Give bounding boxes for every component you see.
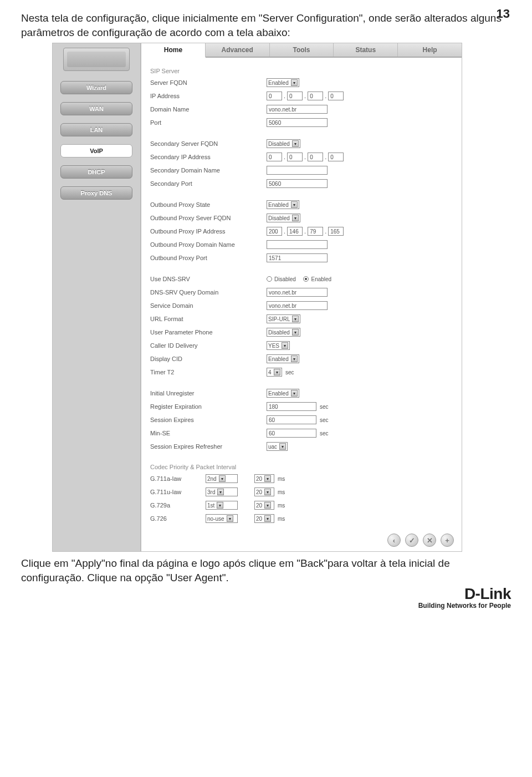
input-ob-domain[interactable]: [267, 240, 328, 249]
select-ob-state[interactable]: Enabled▾: [267, 200, 299, 209]
input-service-domain[interactable]: vono.net.br: [267, 301, 328, 310]
select-ob-fqdn[interactable]: Disabled▾: [267, 214, 300, 222]
codec-ms-3[interactable]: 20▾: [254, 514, 274, 523]
label-timer-t2: Timer T2: [150, 369, 267, 375]
back-button[interactable]: ‹: [387, 534, 401, 547]
sidebar-item-wan[interactable]: WAN: [60, 102, 132, 115]
sidebar-item-wizard[interactable]: Wizard: [60, 81, 132, 94]
ip-octet-4[interactable]: 0: [328, 92, 344, 100]
tab-advanced[interactable]: Advanced: [206, 43, 270, 57]
radio-dns-srv-enabled[interactable]: [303, 276, 309, 282]
chevron-down-icon: ▾: [227, 515, 233, 522]
chevron-down-icon: ▾: [292, 316, 299, 322]
label-caller-id: Caller ID Delivery: [150, 342, 267, 349]
brand-tagline: Building Networks for People: [21, 602, 511, 610]
ip-octet-3[interactable]: 0: [308, 92, 323, 100]
input-domain-name[interactable]: vono.net.br: [267, 105, 328, 114]
unit-sec: sec: [320, 417, 329, 423]
outro-text: Clique em "Apply"no final da página e lo…: [21, 556, 511, 585]
radio-label-disabled: Disabled: [274, 276, 296, 282]
chevron-down-icon: ▾: [292, 140, 299, 147]
input-sec-domain[interactable]: [267, 166, 328, 175]
ip-octet-1[interactable]: 0: [267, 92, 282, 100]
chevron-down-icon: ▾: [264, 489, 271, 495]
sidebar-item-proxy-dns[interactable]: Proxy DNS: [60, 186, 132, 200]
input-reg-exp[interactable]: 180: [267, 402, 316, 411]
select-caller-id[interactable]: YES▾: [267, 341, 290, 350]
sec-ip-4[interactable]: 0: [328, 153, 344, 161]
ob-ip-4[interactable]: 165: [328, 227, 344, 236]
label-sec-domain: Secondary Domain Name: [150, 167, 267, 174]
select-refresher[interactable]: uac▾: [267, 442, 288, 451]
action-buttons: ‹ ✓ ✕ +: [141, 530, 462, 551]
codec-prio-2[interactable]: 1st▾: [206, 501, 238, 510]
apply-button[interactable]: ✓: [405, 534, 418, 547]
codec-ms-1[interactable]: 20▾: [254, 487, 274, 496]
select-user-param-phone[interactable]: Disabled▾: [267, 328, 300, 337]
unit-ms: ms: [278, 502, 285, 509]
select-sec-fqdn[interactable]: Disabled▾: [267, 139, 300, 148]
chevron-down-icon: ▾: [291, 356, 298, 362]
select-display-cid[interactable]: Enabled▾: [267, 354, 299, 363]
chevron-down-icon: ▾: [264, 515, 271, 522]
label-server-fqdn: Server FQDN: [150, 79, 267, 86]
label-refresher: Session Expires Refresher: [150, 443, 267, 450]
form-area: SIP Server Server FQDN Enabled▾ IP Addre…: [141, 58, 462, 530]
input-session-exp[interactable]: 60: [267, 415, 316, 424]
sidebar-item-dhcp[interactable]: DHCP: [60, 165, 132, 179]
codec-ms-2[interactable]: 20▾: [254, 501, 274, 510]
select-timer-t2[interactable]: 4▾: [267, 368, 282, 377]
chevron-down-icon: ▾: [217, 502, 223, 509]
ob-ip-1[interactable]: 200: [267, 227, 282, 236]
unit-sec: sec: [320, 404, 329, 410]
chevron-down-icon: ▾: [264, 502, 271, 509]
sidebar-item-lan[interactable]: LAN: [60, 123, 132, 136]
ob-ip-3[interactable]: 79: [308, 227, 323, 236]
codec-prio-0[interactable]: 2nd▾: [206, 474, 238, 483]
codec-ms-0[interactable]: 20▾: [254, 474, 274, 483]
label-ob-port: Outbound Proxy Port: [150, 255, 267, 261]
codec-prio-1[interactable]: 3rd▾: [206, 487, 238, 496]
sec-ip-3[interactable]: 0: [308, 153, 323, 161]
unit-ms: ms: [278, 476, 285, 482]
input-sec-port[interactable]: 5060: [267, 179, 328, 188]
tab-home[interactable]: Home: [141, 43, 206, 58]
intro-text: Nesta tela de configuração, clique inici…: [21, 11, 511, 39]
tab-help[interactable]: Help: [398, 43, 462, 57]
tab-status[interactable]: Status: [334, 43, 398, 57]
chevron-down-icon: ▾: [264, 475, 271, 482]
input-ob-port[interactable]: 1571: [267, 253, 328, 262]
label-service-domain: Service Domain: [150, 302, 267, 309]
radio-dns-srv-disabled[interactable]: [267, 276, 272, 282]
input-min-se[interactable]: 60: [267, 429, 316, 438]
radio-label-enabled: Enabled: [311, 276, 331, 282]
ob-ip-2[interactable]: 146: [287, 227, 303, 236]
label-ob-state: Outbound Proxy State: [150, 201, 267, 208]
cancel-button[interactable]: ✕: [423, 534, 436, 547]
ip-octet-2[interactable]: 0: [287, 92, 303, 100]
label-ip-address: IP Address: [150, 93, 267, 99]
sec-ip-2[interactable]: 0: [287, 153, 303, 161]
tab-tools[interactable]: Tools: [270, 43, 334, 57]
add-button[interactable]: +: [441, 534, 454, 547]
select-initial-unreg[interactable]: Enabled▾: [267, 389, 299, 398]
input-dns-query-domain[interactable]: vono.net.br: [267, 288, 328, 297]
codec-name-0: G.711a-law: [150, 475, 206, 482]
label-use-dns-srv: Use DNS-SRV: [150, 276, 267, 282]
sip-server-title: SIP Server: [150, 68, 453, 74]
select-server-fqdn[interactable]: Enabled▾: [267, 78, 299, 87]
label-user-param-phone: User Parameter Phone: [150, 329, 267, 336]
codec-name-3: G.726: [150, 515, 206, 522]
label-port: Port: [150, 119, 267, 126]
codec-prio-3[interactable]: no-use▾: [206, 514, 238, 523]
label-ob-ip: Outbound Proxy IP Address: [150, 228, 267, 235]
input-port[interactable]: 5060: [267, 118, 328, 127]
label-display-cid: Display CID: [150, 356, 267, 362]
sidebar-item-voip[interactable]: VoIP: [60, 144, 132, 158]
chevron-down-icon: ▾: [219, 475, 226, 482]
label-dns-query-domain: DNS-SRV Query Domain: [150, 289, 267, 296]
sec-ip-1[interactable]: 0: [267, 153, 282, 161]
label-reg-exp: Register Expiration: [150, 403, 267, 410]
select-url-format[interactable]: SIP-URL▾: [267, 314, 300, 323]
label-min-se: Min-SE: [150, 430, 267, 436]
